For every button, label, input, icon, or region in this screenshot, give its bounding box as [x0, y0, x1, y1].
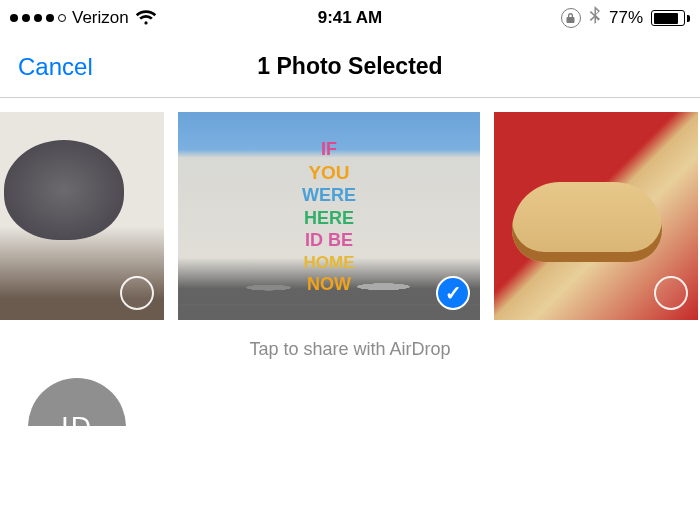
status-bar: Verizon 9:41 AM 77%	[0, 0, 700, 36]
status-right: 77%	[561, 6, 690, 31]
selection-indicator[interactable]	[654, 276, 688, 310]
carrier-label: Verizon	[72, 8, 129, 28]
wifi-icon	[135, 10, 157, 26]
status-time: 9:41 AM	[318, 8, 383, 28]
page-title: 1 Photo Selected	[257, 53, 442, 80]
airdrop-contacts-row: ID	[0, 378, 700, 426]
photo-thumbnail[interactable]: IF YOU WERE HERE ID BE HOME NOW ✓	[178, 112, 480, 320]
orientation-lock-icon	[561, 8, 581, 28]
photo-carousel[interactable]: IF YOU WERE HERE ID BE HOME NOW ✓	[0, 98, 700, 333]
airdrop-contact[interactable]: ID	[28, 378, 126, 426]
status-left: Verizon	[10, 8, 157, 28]
battery-percent-label: 77%	[609, 8, 643, 28]
signal-dots	[10, 14, 66, 22]
bluetooth-icon	[589, 6, 601, 31]
nav-bar: Cancel 1 Photo Selected	[0, 36, 700, 98]
photo-thumbnail[interactable]	[494, 112, 698, 320]
battery-icon	[651, 10, 690, 26]
cancel-button[interactable]: Cancel	[18, 53, 93, 81]
photo-thumbnail[interactable]	[0, 112, 164, 320]
airdrop-hint: Tap to share with AirDrop	[0, 339, 700, 360]
checkmark-icon: ✓	[445, 281, 462, 305]
contact-initials: ID	[61, 411, 93, 426]
selection-indicator[interactable]	[120, 276, 154, 310]
selection-indicator[interactable]: ✓	[436, 276, 470, 310]
